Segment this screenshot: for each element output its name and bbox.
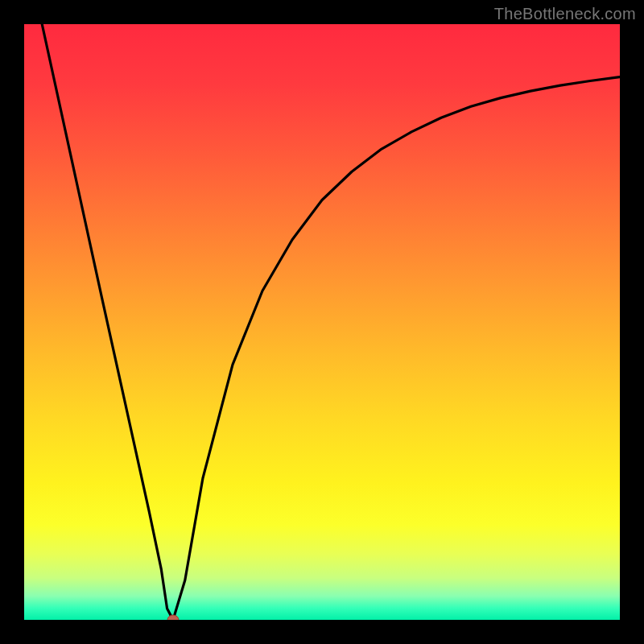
plot-area [24,24,620,620]
minimum-marker-icon [167,615,179,620]
curve-layer [24,24,620,620]
bottleneck-curve [42,24,620,620]
watermark-text: TheBottleneck.com [494,5,636,23]
chart-frame: TheBottleneck.com [0,0,644,644]
